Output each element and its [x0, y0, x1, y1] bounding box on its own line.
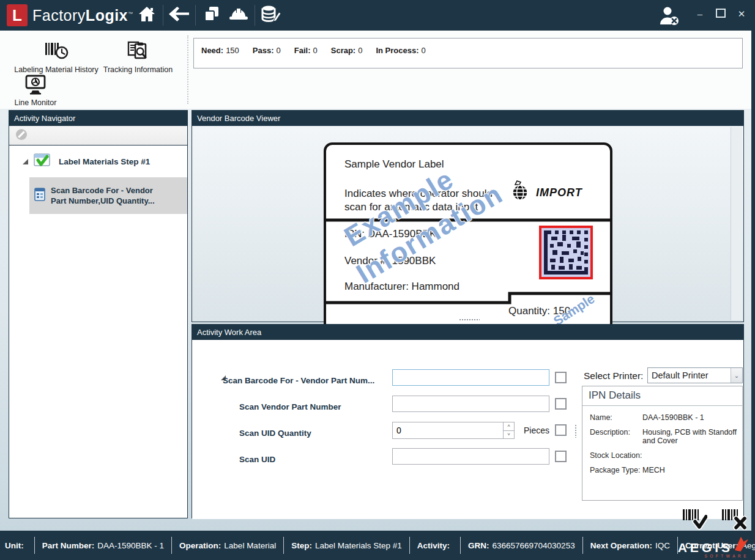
navigator-toolbar — [9, 126, 187, 146]
documents-button[interactable] — [198, 3, 225, 28]
ipn-name-value: DAA-1590BBK - 1 — [642, 413, 737, 422]
scrap-value: 0 — [358, 46, 362, 55]
database-edit-button[interactable] — [258, 3, 285, 28]
step-value: Label Materials Step #1 — [315, 541, 402, 550]
labeling-material-history-button[interactable]: Labeling Material History — [13, 40, 99, 74]
step-status: Step:Label Materials Step #1 — [291, 541, 402, 550]
barcode-action-buttons — [682, 508, 746, 532]
back-button[interactable] — [166, 3, 193, 28]
line-monitor-button[interactable]: Line Monitor — [13, 75, 58, 107]
scan-uid-quantity-label: Scan UID Quantity — [239, 429, 311, 438]
tree-node-label-materials-step[interactable]: Label Materials Step #1 — [9, 146, 187, 177]
titlebar-separator — [163, 5, 163, 26]
label-desc-line1: Indicates where operator should — [344, 188, 493, 200]
status-separator — [34, 537, 35, 554]
tracking-information-button[interactable]: Tracking Information — [97, 40, 179, 74]
aegis-software-logo: AEGIS SOFTWARE — [678, 536, 749, 558]
scan-uid-label: Scan UID — [239, 455, 275, 464]
blocked-icon[interactable] — [15, 128, 28, 143]
viewer-scrollbar[interactable] — [731, 127, 742, 320]
ipn-stock-location-label: Stock Location: — [590, 451, 642, 460]
import-logo: IMPORT — [510, 180, 582, 205]
user-logout-icon — [657, 18, 682, 29]
titlebar-separator — [195, 5, 196, 26]
panel-title: Vendor Barcode Viewer — [197, 114, 280, 123]
need-value: 150 — [226, 46, 239, 55]
scan-uid-checkbox[interactable] — [555, 451, 567, 462]
pieces-unit-label: Pieces — [524, 426, 549, 435]
ribbon-button-label: Line Monitor — [15, 98, 57, 107]
activity-navigator-header: Activity Navigator — [9, 111, 187, 126]
splitter-grip-handle[interactable] — [459, 319, 480, 321]
home-button[interactable] — [133, 3, 160, 28]
scan-vendor-part-number-input[interactable] — [392, 396, 549, 412]
line-monitor-icon — [24, 75, 46, 97]
label-ipn: IPN: DAA-1590BBK — [344, 228, 436, 240]
label-desc-line2: scan for automatic data input — [344, 201, 478, 213]
scrap-label: Scrap: — [331, 46, 355, 55]
titlebar: L FactoryLogix™ – ✕ — [0, 0, 755, 31]
ribbon-button-label: Labeling Material History — [14, 65, 99, 74]
operation-label: Operation: — [179, 541, 221, 550]
tree-node-line1: Scan Barcode For - Vendor — [51, 186, 153, 195]
ribbon-button-label: Tracking Information — [103, 65, 173, 74]
tree-node-scan-barcode-selected[interactable]: Scan Barcode For - VendorPart Number,UID… — [29, 177, 187, 214]
scan-uid-quantity-input[interactable] — [393, 422, 503, 438]
aegis-arrow-icon — [734, 536, 749, 554]
printer-select-dropdown[interactable]: Default Printer ⌄ — [647, 367, 743, 383]
splitter-grip-handle[interactable] — [575, 424, 577, 438]
trademark: ™ — [128, 10, 133, 16]
spinner-up-icon[interactable]: ˄ — [504, 422, 514, 431]
grn-status: GRN:636657669704030253 — [468, 541, 575, 550]
operation-status: Operation:Label Material — [179, 541, 276, 550]
chevron-down-icon[interactable]: ⌄ — [731, 368, 742, 383]
documents-icon — [203, 6, 220, 25]
printer-selected-value: Default Printer — [648, 370, 731, 380]
aegis-logo-subtitle: SOFTWARE — [678, 554, 749, 559]
tree-node-label: Scan Barcode For - VendorPart Number,UID… — [51, 185, 155, 206]
vendor-barcode-viewer-header: Vendor Barcode Viewer — [192, 111, 743, 126]
hardhat-icon — [228, 6, 249, 24]
hardhat-button[interactable] — [225, 3, 252, 28]
operation-value: Label Material — [224, 541, 276, 550]
scan-uid-quantity-checkbox[interactable] — [555, 424, 567, 436]
window-controls: – ✕ — [695, 9, 746, 20]
tree-node-label: Label Materials Step #1 — [59, 157, 150, 166]
spinner-down-icon[interactable]: ˅ — [504, 431, 514, 439]
inprocess-value: 0 — [422, 46, 426, 55]
activity-label: Activity: — [417, 541, 450, 550]
expander-expanded-icon[interactable] — [23, 159, 28, 164]
activity-tree: Label Materials Step #1 Scan Barcode For… — [9, 146, 187, 214]
grn-value: 636657669704030253 — [493, 541, 575, 550]
pass-value: 0 — [277, 46, 281, 55]
datamatrix-barcode-highlighted — [539, 226, 593, 279]
maximize-button[interactable] — [716, 9, 726, 20]
logout-user-button[interactable] — [657, 5, 682, 29]
barcode-accept-button[interactable] — [682, 508, 707, 532]
barcode-cancel-button[interactable] — [721, 508, 746, 532]
titlebar-separator — [255, 5, 255, 26]
scan-vendor-part-number-label: Scan Vendor Part Number — [239, 402, 341, 411]
label-quantity: Quantity: 150 — [508, 305, 570, 317]
fail-counter: Fail:0 — [294, 46, 318, 55]
tree-node-line2: Part Number,UID Quantity... — [51, 196, 155, 205]
select-printer-label: Select Printer: — [584, 370, 643, 381]
panel-title: Activity Navigator — [14, 114, 75, 123]
scan-uid-input[interactable] — [392, 448, 549, 465]
globe-icon — [510, 180, 532, 205]
need-label: Need: — [201, 46, 223, 55]
maximize-icon — [716, 9, 726, 18]
activity-work-area-panel: Activity Work Area Scan Barcode For - Ve… — [192, 324, 744, 518]
scan-vendor-part-number-checkbox[interactable] — [555, 398, 567, 410]
minimize-button[interactable]: – — [695, 9, 705, 19]
step-label: Step: — [291, 541, 312, 550]
scan-barcode-checkbox[interactable] — [555, 372, 567, 383]
ipn-package-type-value: MECH — [642, 466, 737, 474]
ipn-details-panel: IPN Details Name:DAA-1590BBK - 1 Descrip… — [582, 386, 743, 501]
close-button[interactable]: ✕ — [737, 9, 746, 19]
scan-barcode-input[interactable] — [392, 369, 549, 386]
home-icon — [138, 6, 156, 25]
grn-label: GRN: — [468, 541, 489, 550]
scan-uid-quantity-stepper[interactable]: ˄ ˅ — [392, 422, 515, 439]
vendor-barcode-viewer-panel: Vendor Barcode Viewer Sample Vendor Labe… — [192, 110, 744, 322]
